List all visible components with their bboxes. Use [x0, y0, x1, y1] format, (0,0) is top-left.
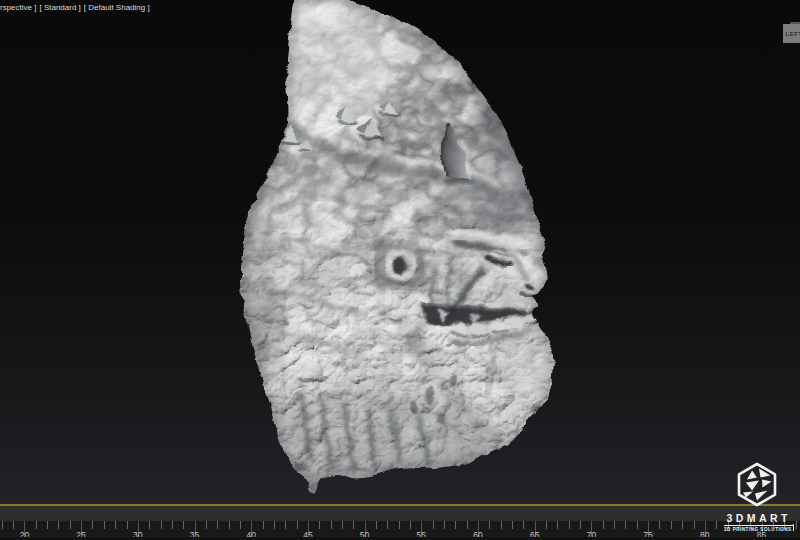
timeline-minor-tick	[546, 521, 547, 529]
timeline-minor-tick	[557, 521, 558, 529]
viewport-shading-label[interactable]: [ Default Shading ]	[84, 3, 150, 12]
timeline-minor-tick	[229, 521, 230, 529]
viewport-label[interactable]: rspective ][ Standard ][ Default Shading…	[0, 3, 153, 13]
timeline-minor-tick	[523, 521, 524, 529]
timeline-ruler[interactable]: 2025303540455055606570758085	[0, 521, 800, 537]
timeline-minor-tick	[70, 521, 71, 529]
timeline-minor-tick	[183, 521, 184, 529]
viewport-pov-label[interactable]: rspective ]	[0, 3, 36, 12]
timeline-minor-tick	[671, 521, 672, 529]
timeline-minor-tick	[319, 521, 320, 529]
timeline-minor-tick	[410, 521, 411, 529]
timeline-minor-tick	[501, 521, 502, 529]
timeline-minor-tick	[149, 521, 150, 529]
3d-viewport[interactable]: rspective ][ Standard ][ Default Shading…	[0, 0, 800, 504]
brand-accent-bar	[793, 524, 795, 531]
timeline-minor-tick	[682, 521, 683, 529]
timeline-minor-tick	[569, 521, 570, 529]
timeline-minor-tick	[444, 521, 445, 529]
timeline-minor-tick	[489, 521, 490, 529]
viewcube-left-face[interactable]: LEFT	[783, 24, 800, 43]
timeline-minor-tick	[263, 521, 264, 529]
timeline-minor-tick	[58, 521, 59, 529]
timeline-minor-tick	[399, 521, 400, 529]
timeline-minor-tick	[274, 521, 275, 529]
timeline-minor-tick	[104, 521, 105, 529]
timeline-minor-tick	[127, 521, 128, 529]
timeline-minor-tick	[353, 521, 354, 529]
timeline-minor-tick	[47, 521, 48, 529]
timeline-minor-tick	[13, 521, 14, 529]
timeline-minor-tick	[217, 521, 218, 529]
timeline-minor-tick	[331, 521, 332, 529]
timeline-minor-tick	[376, 521, 377, 529]
timeline-minor-tick	[625, 521, 626, 529]
timeline-minor-tick	[694, 521, 695, 529]
timeline-minor-tick	[716, 521, 717, 529]
timeline-minor-tick	[342, 521, 343, 529]
brand-tagline: 3D PRINTING SOLUTIONS	[724, 527, 790, 532]
timeline-minor-tick	[467, 521, 468, 529]
viewport-render-label[interactable]: [ Standard ]	[39, 3, 80, 12]
timeline-track[interactable]	[0, 506, 800, 521]
timeline-minor-tick	[659, 521, 660, 529]
timeline-minor-tick	[161, 521, 162, 529]
timeline-minor-tick	[637, 521, 638, 529]
timeline-minor-tick	[172, 521, 173, 529]
timeline-minor-tick	[796, 521, 797, 529]
timeline-minor-tick	[512, 521, 513, 529]
timeline-minor-tick	[433, 521, 434, 529]
timeline-minor-tick	[206, 521, 207, 529]
application-window: rspective ][ Standard ][ Default Shading…	[0, 0, 800, 540]
timeline-minor-tick	[36, 521, 37, 529]
timeline-minor-tick	[285, 521, 286, 529]
brand-watermark: 3DMART 3D PRINTING SOLUTIONS	[724, 462, 790, 532]
timeline-minor-tick	[603, 521, 604, 529]
demon-head-model[interactable]	[0, 0, 800, 504]
timeline-minor-tick	[92, 521, 93, 529]
viewcube[interactable]: LEFT	[783, 22, 800, 43]
viewcube-face-label: LEFT	[786, 31, 800, 37]
timeline-minor-tick	[115, 521, 116, 529]
brand-hexagon-icon	[735, 462, 779, 507]
timeline-minor-tick	[240, 521, 241, 529]
timeline-minor-tick	[614, 521, 615, 529]
brand-name: 3DMART	[724, 512, 793, 526]
timeline-minor-tick	[297, 521, 298, 529]
timeline-minor-tick	[580, 521, 581, 529]
timeline-minor-tick	[2, 521, 3, 529]
timeline-minor-tick	[455, 521, 456, 529]
timeline-minor-tick	[387, 521, 388, 529]
